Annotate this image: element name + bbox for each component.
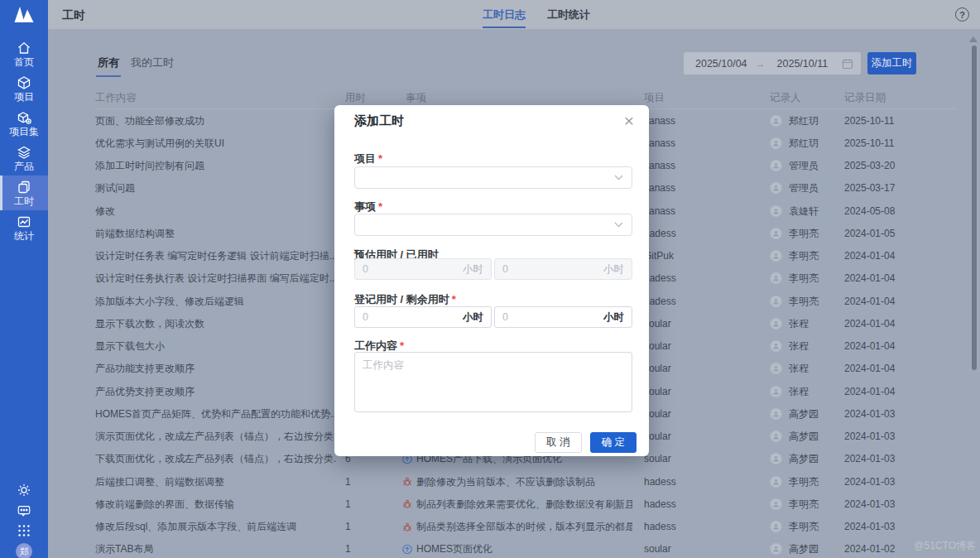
table-row[interactable]: 后端接口调整、前端数据调整 1 删除修改为当前版本、不应该删除该制品 hades…: [0, 470, 980, 493]
chat-bubble-icon: [17, 503, 31, 518]
grid-dots-icon: [17, 523, 31, 538]
sidebar-item-stats[interactable]: 统计: [0, 210, 48, 245]
date-range-picker[interactable]: 2025/10/04 → 2025/10/11: [684, 52, 861, 75]
sidebar-item-label: 项目集: [0, 126, 48, 137]
add-worktime-button[interactable]: 添加工时: [867, 52, 916, 75]
required-asterisk: *: [400, 339, 404, 352]
app-logo[interactable]: [0, 0, 48, 30]
chevron-down-icon: [614, 175, 623, 180]
recorder-cell: 李明亮: [770, 520, 819, 534]
worktime-doc-icon: [17, 180, 31, 195]
hour-suffix: 小时: [463, 262, 483, 277]
cancel-button[interactable]: 取 消: [535, 432, 581, 453]
record-date-cell: 2024-01-04: [844, 272, 895, 284]
recorder-name: 李明亮: [789, 474, 819, 488]
project-cell: hadess: [644, 498, 676, 510]
date-start-value[interactable]: 2025/10/04: [684, 58, 756, 70]
work-content-cell: 产品优势支持更改顺序: [95, 384, 195, 398]
recorder-name: 袁婕轩: [789, 204, 819, 218]
close-icon[interactable]: ×: [621, 108, 637, 132]
avatar: [770, 204, 782, 217]
sidebar: 首页 项目 项目集 产品: [0, 0, 48, 558]
item-select[interactable]: [354, 214, 632, 236]
recorder-name: 郑红玥: [789, 136, 819, 150]
label-text: 事项: [354, 200, 376, 213]
item-title: HOMES页面优化: [416, 542, 492, 556]
recorder-cell: 郑红玥: [770, 113, 819, 127]
apps-button[interactable]: [0, 523, 48, 538]
recorder-cell: 李明亮: [770, 474, 819, 488]
sidebar-item-home[interactable]: 首页: [0, 36, 48, 71]
item-field-label: 事项*: [354, 200, 382, 214]
record-date-cell: 2025-03-17: [844, 182, 895, 194]
sidebar-item-product[interactable]: 产品: [0, 141, 48, 176]
register-hours-row: 小时 小时: [354, 306, 632, 328]
scrollbar-up-arrow[interactable]: [969, 36, 978, 42]
project-select[interactable]: [354, 166, 632, 189]
sidebar-item-project-set[interactable]: 项目集: [0, 106, 48, 141]
estimate-hours-input-wrap: 小时: [354, 258, 492, 280]
label-text: 工作内容: [354, 339, 397, 352]
work-content-cell: 下载页面优化，改成左产品列表（锚点），右边按分类...: [95, 452, 337, 466]
recorder-name: 张程: [789, 384, 809, 398]
sidebar-item-label: 统计: [0, 230, 48, 242]
user-avatar-button[interactable]: 郑: [0, 543, 48, 558]
tab-worktime-log[interactable]: 工时日志: [483, 0, 526, 30]
hours-cell: 1: [345, 543, 351, 555]
register-hours-input[interactable]: [355, 311, 438, 323]
record-date-cell: 2025-03-20: [844, 160, 895, 171]
recorder-name: 高梦园: [789, 406, 819, 421]
recorder-name: 张程: [789, 362, 809, 376]
home-icon: [17, 41, 31, 55]
record-date-cell: 2024-01-04: [844, 363, 895, 374]
avatar: [770, 407, 782, 420]
col-record-date: 记录日期: [844, 91, 886, 105]
work-content-cell: 页面、功能全部修改成功: [95, 113, 204, 127]
avatar: [770, 114, 782, 127]
avatar: [770, 295, 782, 307]
record-date-cell: 2025-10-11: [844, 115, 895, 127]
hour-suffix: 小时: [463, 310, 483, 325]
recorder-name: 李明亮: [789, 226, 819, 240]
table-row[interactable]: 修改后段sql、添加展示版本字段、前后端连调 1 制品类别选择全部版本的时候，版…: [0, 516, 980, 538]
item-cell: 制品列表删除效果需要优化、删除数据没有刷新且没有...: [402, 497, 632, 511]
required-asterisk: *: [378, 152, 382, 165]
messages-button[interactable]: [0, 503, 48, 518]
item-cell: 制品类别选择全部版本的时候，版本列显示的都是最新...: [402, 520, 632, 534]
avatar: [770, 340, 782, 353]
help-icon[interactable]: ?: [955, 7, 969, 22]
work-content-cell: 设计定时任务表 编写定时任务逻辑 设计前端定时扫描...: [95, 249, 337, 263]
scrollbar-thumb[interactable]: [972, 46, 977, 370]
watermark: @51CTO博客: [914, 539, 976, 553]
sidebar-item-label: 工时: [0, 195, 48, 207]
recorder-name: 高梦园: [789, 430, 819, 444]
avatar: [770, 137, 782, 149]
recorder-cell: 郑红玥: [770, 136, 819, 150]
recorder-cell: 管理员: [770, 181, 819, 195]
settings-button[interactable]: [0, 483, 48, 498]
record-date-cell: 2024-01-03: [844, 521, 895, 532]
register-hours-input-wrap: 小时: [354, 306, 492, 328]
table-row[interactable]: 演示TAB布局 1 HOMES页面优化 soular: [0, 538, 980, 558]
item-cell: 删除修改为当前版本、不应该删除该制品: [402, 474, 595, 488]
project-cell: soular: [644, 543, 671, 555]
remaining-hours-input[interactable]: [495, 311, 578, 323]
work-content-textarea[interactable]: [354, 352, 632, 412]
tab-my-worktime[interactable]: 我的工时: [131, 55, 174, 70]
tab-all[interactable]: 所有: [98, 55, 119, 70]
hour-suffix: 小时: [603, 262, 624, 277]
recorder-cell: 高梦园: [770, 452, 819, 466]
item-title: 制品类别选择全部版本的时候，版本列显示的都是最新...: [416, 520, 632, 534]
date-end-value[interactable]: 2025/10/11: [766, 58, 837, 70]
tab-worktime-stats[interactable]: 工时统计: [547, 0, 590, 30]
modal-footer: 取 消 确 定: [535, 432, 637, 453]
work-content-cell: 演示TAB布局: [95, 542, 153, 556]
recorder-cell: 高梦园: [770, 430, 819, 444]
table-row[interactable]: 修改前端删除的界面、数据传输 1 制品列表删除效果需要优化、删除数据没有刷新且没…: [0, 493, 980, 515]
sidebar-item-worktime[interactable]: 工时: [0, 176, 48, 210]
confirm-button[interactable]: 确 定: [590, 432, 637, 453]
avatar: [770, 250, 782, 262]
avatar: [770, 272, 782, 285]
sidebar-item-project[interactable]: 项目: [0, 71, 48, 106]
gear-icon: [17, 483, 31, 498]
